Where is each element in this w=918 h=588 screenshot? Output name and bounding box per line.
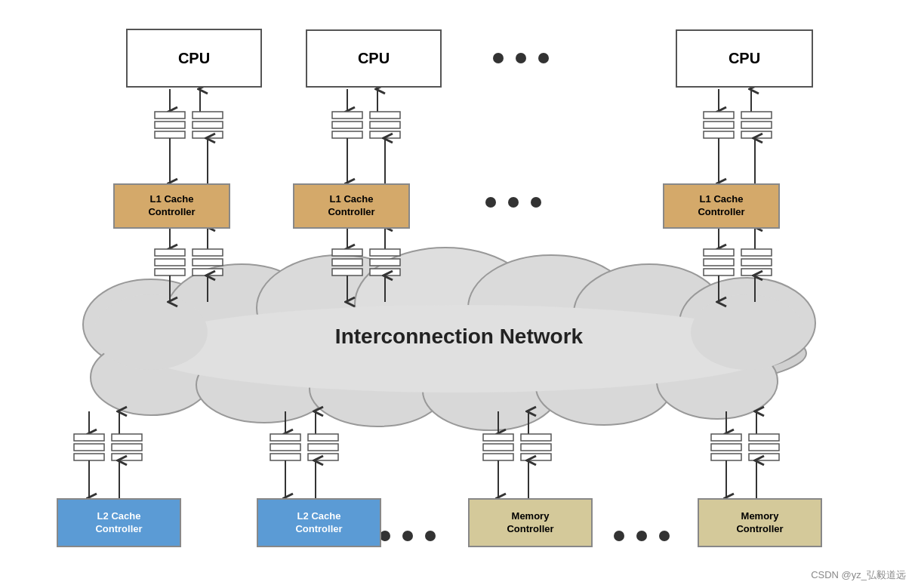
svg-rect-71: [704, 269, 734, 276]
memory-controller-2: MemoryController: [698, 498, 822, 547]
svg-rect-49: [332, 249, 362, 256]
diagram-container: CPU CPU CPU L1 CacheController L1 CacheC…: [0, 0, 918, 588]
svg-rect-69: [704, 249, 734, 256]
svg-rect-100: [483, 444, 513, 451]
svg-rect-53: [370, 259, 400, 266]
svg-rect-74: [741, 269, 772, 276]
svg-rect-42: [370, 112, 400, 119]
svg-rect-51: [332, 269, 362, 276]
cpu-box-3: CPU: [676, 29, 813, 88]
svg-rect-50: [332, 259, 362, 266]
memory-controller-label-2: MemoryController: [736, 510, 783, 536]
svg-point-118: [516, 53, 526, 63]
svg-rect-33: [193, 259, 223, 266]
cpu-box-2: CPU: [306, 29, 442, 88]
svg-rect-93: [308, 444, 338, 451]
cpu-label-2: CPU: [358, 50, 390, 67]
svg-rect-92: [308, 434, 338, 441]
svg-rect-32: [193, 249, 223, 256]
svg-rect-113: [749, 444, 779, 451]
svg-rect-111: [711, 454, 741, 460]
svg-point-126: [614, 531, 624, 541]
svg-rect-102: [521, 434, 551, 441]
svg-point-125: [425, 531, 436, 541]
svg-rect-94: [308, 454, 338, 460]
svg-rect-81: [74, 454, 104, 460]
memory-controller-1: MemoryController: [468, 498, 593, 547]
svg-point-14: [134, 305, 784, 393]
svg-point-122: [531, 197, 541, 208]
l1-cache-controller-1: L1 CacheController: [113, 183, 230, 229]
svg-rect-79: [74, 434, 104, 441]
l2-cache-controller-1: L2 CacheController: [57, 498, 181, 547]
svg-rect-104: [521, 454, 551, 460]
svg-rect-91: [270, 454, 300, 460]
svg-rect-40: [332, 122, 362, 128]
l2-cache-label-2: L2 CacheController: [295, 510, 342, 536]
svg-rect-23: [193, 122, 223, 128]
svg-point-121: [508, 197, 519, 208]
svg-rect-112: [749, 434, 779, 441]
svg-rect-22: [193, 112, 223, 119]
svg-rect-61: [704, 131, 734, 138]
svg-rect-60: [704, 122, 734, 128]
svg-rect-31: [155, 269, 185, 276]
cpu-label-3: CPU: [729, 50, 760, 67]
l2-cache-label-1: L2 CacheController: [95, 510, 142, 536]
svg-rect-29: [155, 249, 185, 256]
svg-rect-20: [155, 122, 185, 128]
svg-rect-84: [112, 454, 142, 460]
l1-cache-label-2: L1 CacheController: [328, 193, 374, 219]
svg-point-119: [538, 53, 549, 63]
svg-rect-59: [704, 112, 734, 119]
svg-point-123: [380, 531, 390, 541]
svg-rect-89: [270, 434, 300, 441]
svg-rect-80: [74, 444, 104, 451]
svg-point-124: [402, 531, 413, 541]
svg-point-128: [659, 531, 670, 541]
svg-rect-34: [193, 269, 223, 276]
svg-rect-83: [112, 444, 142, 451]
svg-point-120: [485, 197, 496, 208]
svg-rect-43: [370, 122, 400, 128]
svg-rect-52: [370, 249, 400, 256]
svg-rect-19: [155, 112, 185, 119]
svg-rect-90: [270, 444, 300, 451]
svg-rect-30: [155, 259, 185, 266]
svg-rect-72: [741, 249, 772, 256]
svg-rect-62: [741, 112, 772, 119]
svg-rect-41: [332, 131, 362, 138]
svg-rect-99: [483, 434, 513, 441]
cpu-box-1: CPU: [126, 29, 262, 88]
l2-cache-controller-2: L2 CacheController: [257, 498, 381, 547]
svg-point-117: [493, 53, 504, 63]
l1-cache-controller-2: L1 CacheController: [293, 183, 410, 229]
svg-rect-70: [704, 259, 734, 266]
svg-rect-24: [193, 131, 223, 138]
svg-rect-64: [741, 131, 772, 138]
svg-rect-110: [711, 444, 741, 451]
l1-cache-label-3: L1 CacheController: [698, 193, 744, 219]
svg-rect-44: [370, 131, 400, 138]
l1-cache-label-1: L1 CacheController: [148, 193, 195, 219]
svg-rect-73: [741, 259, 772, 266]
svg-rect-63: [741, 122, 772, 128]
l1-cache-controller-3: L1 CacheController: [663, 183, 780, 229]
cpu-label-1: CPU: [178, 50, 210, 67]
svg-point-127: [636, 531, 647, 541]
svg-rect-101: [483, 454, 513, 460]
svg-rect-82: [112, 434, 142, 441]
svg-rect-39: [332, 112, 362, 119]
svg-rect-103: [521, 444, 551, 451]
interconnection-network-label: Interconnection Network: [0, 325, 918, 349]
svg-rect-114: [749, 454, 779, 460]
svg-rect-21: [155, 131, 185, 138]
svg-rect-109: [711, 434, 741, 441]
svg-rect-54: [370, 269, 400, 276]
memory-controller-label-1: MemoryController: [507, 510, 553, 536]
